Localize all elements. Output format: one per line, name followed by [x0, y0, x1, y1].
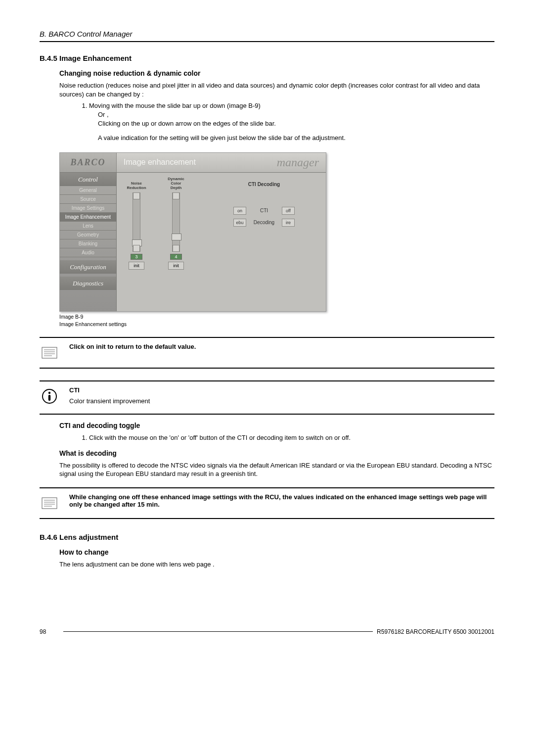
slider-thumb-noise[interactable]: [132, 239, 142, 246]
brand-manager: manager: [277, 156, 326, 169]
sidebar: Control General Source Image Settings Im…: [60, 173, 117, 311]
note-init: Click on init to return to the default v…: [40, 338, 494, 369]
cti-decoding-block: CTI Decoding on CTI off ebu Decoding ire: [212, 182, 316, 231]
cti-label: CTI: [250, 208, 278, 213]
note-rcu: While changing one off these enhanced im…: [40, 488, 494, 519]
cti-toggle-step: Click with the mouse on the 'on' or 'off…: [89, 433, 494, 442]
decoding-body: The possibility is offered to decode the…: [59, 461, 494, 478]
sidebar-item-lens[interactable]: Lens: [60, 222, 116, 231]
subheading-decoding: What is decoding: [59, 449, 494, 457]
footer: 98 R5976182 BARCOREALITY 6500 30012001: [40, 628, 494, 635]
svg-rect-8: [42, 498, 57, 509]
slider-track-noise[interactable]: [133, 192, 140, 252]
slider-value-color: 4: [170, 254, 182, 260]
info-icon: [40, 386, 59, 406]
lens-body: The lens adjustment can be done with len…: [59, 560, 494, 569]
intro-text: Noise reduction (reduces noise and pixel…: [59, 81, 494, 98]
slider-value-noise: 3: [131, 254, 142, 260]
info-cti-title: CTI: [69, 386, 80, 394]
slider-noise-reduction: Noise Reduction 3 init: [124, 179, 149, 270]
svg-rect-7: [48, 395, 50, 401]
note-rcu-text: While changing one off these enhanced im…: [69, 493, 487, 508]
cti-on-button[interactable]: on: [233, 207, 246, 215]
cti-off-button[interactable]: off: [282, 207, 295, 215]
panel-title: Image enhancement: [117, 158, 277, 167]
section-heading-b46: B.4.6 Lens adjustment: [40, 533, 494, 541]
value-indication: A value indication for the setting will …: [98, 134, 494, 142]
decoding-ebu-button[interactable]: ebu: [233, 219, 246, 227]
sidebar-head-diagnostics[interactable]: Diagnostics: [60, 277, 116, 290]
caption-line1: Image B-9: [59, 314, 494, 321]
note-icon: [40, 343, 59, 363]
decoding-row: ebu Decoding ire: [212, 219, 316, 227]
slider-label-noise: Noise Reduction: [124, 179, 149, 190]
subheading-how-to-change: How to change: [59, 548, 494, 556]
note-icon-2: [40, 493, 59, 513]
info-cti-body: Color transient improvement: [69, 397, 494, 406]
step-1-text: Moving with the mouse the slide bar up o…: [89, 102, 261, 109]
info-cti: CTI Color transient improvement: [40, 381, 494, 415]
sidebar-item-blanking[interactable]: Blanking: [60, 239, 116, 248]
note-init-text: Click on init to return to the default v…: [69, 343, 196, 350]
slider-dynamic-color: Dynamic Color Depth 4 init: [163, 179, 189, 270]
sidebar-item-geometry[interactable]: Geometry: [60, 231, 116, 239]
barco-logo: BARCO: [60, 153, 117, 172]
init-button-color[interactable]: init: [168, 262, 184, 270]
screenshot-image-enhancement: BARCO Image enhancement manager Control …: [59, 152, 494, 312]
decoding-ire-button[interactable]: ire: [282, 219, 295, 227]
sidebar-item-image-enhancement[interactable]: Image Enhancement: [60, 213, 116, 222]
slider-label-color: Dynamic Color Depth: [163, 179, 189, 190]
slider-thumb-color[interactable]: [172, 234, 181, 240]
doc-id: R5976182 BARCOREALITY 6500 30012001: [377, 628, 494, 635]
step-or-line: Clicking on the up or down arrow on the …: [98, 119, 494, 128]
cti-row: on CTI off: [212, 207, 316, 215]
sidebar-item-source[interactable]: Source: [60, 195, 116, 204]
step-or: Or ,: [98, 110, 494, 119]
svg-rect-0: [42, 347, 57, 358]
step-1: Moving with the mouse the slide bar up o…: [89, 101, 494, 142]
main-panel: Noise Reduction 3 init Dynamic Color Dep…: [117, 173, 326, 311]
page-header: B. BARCO Control Manager: [40, 30, 494, 42]
section-heading-b45: B.4.5 Image Enhancement: [40, 54, 494, 62]
slider-track-color[interactable]: [172, 192, 180, 252]
sidebar-item-audio[interactable]: Audio: [60, 248, 116, 257]
sidebar-head-configuration[interactable]: Configuration: [60, 260, 116, 274]
caption-line2: Image Enhancement settings: [59, 321, 494, 328]
subheading-cti-toggle: CTI and decoding toggle: [59, 422, 494, 429]
svg-point-6: [48, 392, 50, 394]
decoding-label: Decoding: [250, 220, 278, 225]
cti-decoding-title: CTI Decoding: [212, 182, 316, 187]
subheading-noise: Changing noise reduction & dynamic color: [59, 69, 494, 77]
sidebar-item-general[interactable]: General: [60, 186, 116, 195]
sidebar-head-control[interactable]: Control: [60, 173, 116, 186]
init-button-noise[interactable]: init: [129, 262, 144, 270]
sidebar-item-image-settings[interactable]: Image Settings: [60, 204, 116, 213]
page-number: 98: [40, 628, 59, 635]
